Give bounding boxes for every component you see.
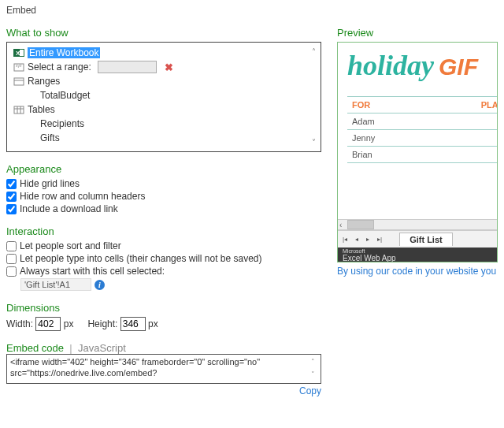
tree-item-range-totalbudget[interactable]: TotalBudget [10,88,321,102]
tree-item-table-recipients[interactable]: Recipients [10,117,321,131]
scrollbar-thumb[interactable] [347,220,374,229]
code-scrollbar[interactable]: ˄ ˅ [311,358,319,380]
named-range-icon [13,76,24,87]
page-title: Embed [6,3,498,24]
checkbox-download-link[interactable]: Include a download link [6,203,323,214]
checkbox-type-cells-input[interactable] [6,254,17,264]
sheet-last-icon[interactable]: ▸| [377,236,382,243]
tab-embed-code[interactable]: Embed code [6,342,64,354]
width-input[interactable] [35,317,61,331]
preview-title: holidayGIF [338,43,497,96]
sheet-prev-icon[interactable]: ◂ [355,236,358,243]
tree-item-select-range[interactable]: xyz Select a range: ✖ [10,60,321,74]
checkbox-start-cell[interactable]: Always start with this cell selected: [6,266,323,277]
scroll-up-icon[interactable]: ˄ [312,47,316,56]
heading-appearance: Appearance [6,163,323,175]
embed-code-textarea[interactable]: <iframe width="402" height="346" framebo… [6,354,321,384]
preview-col-planned: PLANNED % OF [409,97,498,114]
tree-item-table-gifts[interactable]: Gifts [10,131,321,145]
checkbox-hide-headers-input[interactable] [6,192,17,202]
tree-item-workbook[interactable]: X Entire Workbook [10,46,321,60]
range-input[interactable] [98,61,157,73]
tree-scrollbar[interactable]: ˄ ˅ [309,47,317,147]
tab-separator: | [69,342,72,354]
scroll-down-icon[interactable]: ˅ [312,138,316,147]
content-tree[interactable]: X Entire Workbook xyz Select a range: ✖ … [6,42,321,152]
svg-rect-7 [14,106,24,114]
checkbox-sort-filter[interactable]: Let people sort and filter [6,240,323,251]
preview-horizontal-scrollbar[interactable]: ‹ [338,219,497,230]
checkbox-sort-filter-input[interactable] [6,241,17,251]
svg-rect-5 [14,78,24,85]
svg-rect-1 [20,50,24,56]
sheet-first-icon[interactable]: |◂ [343,236,347,243]
scroll-down-icon[interactable]: ˅ [311,370,319,380]
start-cell-value: 'Gift List'!A1 [20,278,91,291]
preview-table: FOR PLANNED % OF Adam 30 Jenny 30 Brian … [347,96,498,163]
heading-preview: Preview [337,27,498,39]
tree-label-ranges: Ranges [28,76,60,87]
px-label-2: px [148,318,158,329]
scroll-up-icon[interactable]: ˄ [311,358,319,367]
checkbox-download-link-input[interactable] [6,204,17,214]
clear-range-icon[interactable]: ✖ [165,61,173,73]
checkbox-type-cells[interactable]: Let people type into cells (their change… [6,253,323,264]
copy-link[interactable]: Copy [6,384,321,396]
range-selector-icon: xyz [13,61,24,73]
heading-dimensions: Dimensions [6,302,323,314]
svg-text:xyz: xyz [16,63,22,68]
preview-col-for: FOR [347,97,409,114]
excel-icon: X [13,47,24,58]
sheet-next-icon[interactable]: ▸ [366,236,369,243]
checkbox-hide-headers[interactable]: Hide row and column headers [6,191,323,202]
scroll-left-icon[interactable]: ‹ [338,220,343,230]
table-row: Brian 20 [347,147,498,163]
height-input[interactable] [120,317,146,331]
preview-frame: holidayGIF FOR PLANNED % OF Adam 30 Jenn… [337,42,498,262]
table-row: Adam 30 [347,114,498,130]
table-row: Jenny 30 [347,130,498,147]
sheet-tab-gift-list[interactable]: Gift List [399,233,453,246]
tree-group-ranges[interactable]: Ranges [10,74,321,88]
height-label: Height: [87,318,117,329]
tree-label-tables: Tables [28,104,55,115]
checkbox-hide-grid[interactable]: Hide grid lines [6,178,323,189]
svg-text:X: X [16,50,20,57]
tree-group-tables[interactable]: Tables [10,102,321,117]
px-label: px [64,318,74,329]
info-icon[interactable]: i [94,280,105,290]
sheet-navigation-bar: |◂ ◂ ▸ ▸| Gift List [338,230,497,247]
heading-interaction: Interaction [6,225,323,237]
brand-bar: Microsoft Excel Web App [338,247,497,262]
table-icon [13,104,24,115]
tab-javascript[interactable]: JavaScript [78,342,126,354]
checkbox-start-cell-input[interactable] [6,266,17,277]
terms-link[interactable]: By using our code in your website you ag… [337,262,498,277]
tree-label-workbook: Entire Workbook [28,47,100,58]
heading-what-to-show: What to show [6,27,323,39]
width-label: Width: [6,318,33,329]
tree-label-select-range: Select a range: [28,61,91,73]
checkbox-hide-grid-input[interactable] [6,179,17,189]
